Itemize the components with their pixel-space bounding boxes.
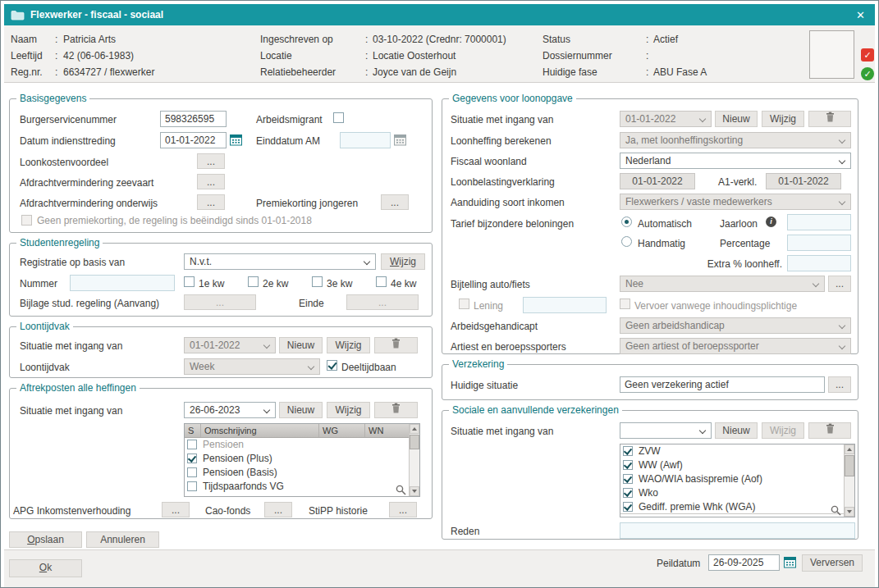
titlebar[interactable]: Flexwerker - fiscaal - sociaal ✕ [4, 4, 875, 25]
jaarloon-input[interactable] [787, 214, 851, 230]
list-item[interactable]: Pensioen (Plus) [185, 452, 419, 466]
list-item[interactable]: WW (Awf) [620, 458, 854, 472]
list-item[interactable]: Pensioen (Basis) [185, 466, 419, 480]
chevron-down-icon [839, 322, 845, 329]
list-item[interactable]: Gediff. premie Whk (WGA) [620, 500, 854, 514]
kw4-checkbox[interactable] [376, 276, 387, 287]
vervoer-label: Vervoer vanwege inhoudingsplichtige [634, 299, 797, 312]
huidige-fase-label: Huidige fase [543, 66, 597, 79]
stipp-historie-button[interactable]: ... [389, 502, 417, 517]
close-icon[interactable]: ✕ [853, 9, 868, 21]
delete-button[interactable] [374, 402, 418, 418]
scroll-down-button[interactable] [845, 507, 854, 517]
sociale-verzekeringen-list[interactable]: ZVW WW (Awf) WAO/WIA basispremie (Aof) W… [620, 444, 855, 517]
list-item[interactable]: ZVW [620, 444, 854, 458]
wijzig-button[interactable]: Wijzig [327, 337, 370, 353]
situatie-dropdown[interactable] [620, 422, 712, 439]
row-checkbox[interactable] [187, 481, 197, 491]
percentage-input[interactable] [787, 235, 851, 251]
triangle-up-icon [412, 427, 417, 431]
delete-button[interactable] [808, 111, 851, 127]
scroll-up-button[interactable] [845, 444, 854, 454]
scrollbar[interactable] [409, 424, 419, 496]
scrollbar[interactable] [844, 444, 854, 517]
nieuw-button[interactable]: Nieuw [715, 111, 758, 127]
burgerservicenummer-input[interactable]: 598326595 [160, 111, 227, 127]
bijtelling-button[interactable]: ... [828, 276, 851, 292]
list-item[interactable]: Pensioen [185, 438, 419, 452]
artiest-label: Artiest en beroepssporters [451, 340, 566, 353]
kw4-label: 4e kw [391, 277, 416, 290]
wijzig-button[interactable]: Wijzig [327, 402, 370, 418]
green-check-icon[interactable]: ✓ [861, 67, 874, 80]
cao-fonds-button[interactable]: ... [264, 502, 292, 517]
geen-premiekorting-checkbox [21, 215, 32, 226]
row-checkbox[interactable] [187, 467, 197, 477]
wijzig-button[interactable]: Wijzig [762, 111, 804, 127]
situatie-dropdown[interactable]: 26-06-2023 [184, 402, 276, 418]
arbeidsmigrant-checkbox[interactable] [333, 112, 344, 123]
delete-button[interactable] [374, 337, 418, 353]
delete-button[interactable] [808, 422, 851, 439]
datum-indiensttreding-input[interactable]: 01-01-2022 [160, 132, 227, 148]
reden-input[interactable] [620, 522, 855, 539]
registratie-dropdown[interactable]: N.v.t. [184, 253, 376, 270]
nieuw-button[interactable]: Nieuw [715, 422, 758, 439]
list-item[interactable]: Tijdspaarfonds VG [185, 480, 419, 494]
dropdown-value: Ja, met loonheffingskorting [625, 134, 743, 146]
row-checkbox[interactable] [623, 474, 633, 484]
row-checkbox[interactable] [187, 454, 197, 463]
row-checkbox[interactable] [623, 502, 633, 512]
kw2-checkbox[interactable] [248, 276, 259, 287]
list-item[interactable]: WAO/WIA basispremie (Aof) [620, 472, 854, 486]
premiekorting-jongeren-button[interactable]: ... [381, 194, 409, 210]
verzekering-button[interactable]: ... [828, 376, 851, 393]
scroll-thumb[interactable] [845, 455, 854, 476]
list-item[interactable]: Wko [620, 486, 854, 500]
row-checkbox[interactable] [187, 440, 197, 449]
nummer-input[interactable] [70, 275, 175, 291]
afdrachtvermindering-zeevaart-button[interactable]: ... [197, 174, 225, 189]
chevron-down-icon [813, 280, 819, 287]
calendar-icon[interactable] [784, 556, 796, 568]
row-checkbox[interactable] [623, 446, 633, 456]
magnifier-icon[interactable] [831, 505, 841, 516]
apg-label: APG Inkomstenverhouding [13, 504, 130, 517]
kw3-checkbox[interactable] [312, 276, 323, 287]
deeltijdbaan-checkbox[interactable] [327, 360, 337, 371]
kw1-checkbox[interactable] [184, 276, 195, 287]
a1-verklaring-label: A1-verkl. [718, 175, 757, 189]
info-icon[interactable]: i [766, 217, 776, 227]
loonkostenvoordeel-button[interactable]: ... [197, 153, 225, 169]
aftrekposten-list[interactable]: S Omschrijving WG WN Pensioen Pensioen (… [184, 423, 420, 497]
registratie-label: Registratie op basis van [20, 256, 125, 269]
loonheffing-label: Loonheffing berekenen [451, 134, 552, 148]
handmatig-radio[interactable] [621, 236, 632, 247]
apg-button[interactable]: ... [162, 502, 190, 517]
magnifier-icon[interactable] [396, 485, 406, 495]
loonbelastingverklaring-label: Loonbelastingverklaring [451, 175, 555, 189]
automatisch-radio[interactable] [621, 217, 632, 227]
opslaan-button[interactable]: Opslaan [9, 531, 82, 548]
scroll-thumb[interactable] [410, 435, 419, 449]
col-wn: WN [365, 424, 409, 437]
wijzig-button[interactable]: Wijzig [381, 253, 425, 270]
flexwerker-dialog: Flexwerker - fiscaal - sociaal ✕ Naam : … [0, 0, 879, 588]
extra-loonheffing-input[interactable] [787, 255, 851, 271]
scroll-up-button[interactable] [410, 424, 419, 434]
row-checkbox[interactable] [623, 488, 633, 498]
fiscaal-woonland-dropdown[interactable]: Nederland [620, 153, 851, 169]
nieuw-button[interactable]: Nieuw [279, 337, 323, 353]
afdrachtvermindering-onderwijs-button[interactable]: ... [197, 194, 225, 210]
red-check-icon[interactable]: ✓ [861, 48, 874, 62]
nieuw-button[interactable]: Nieuw [279, 402, 323, 418]
ok-button[interactable]: Ok [9, 559, 82, 577]
verversen-button[interactable]: Verversen [802, 554, 863, 572]
calendar-icon[interactable] [230, 134, 242, 146]
scroll-down-button[interactable] [410, 486, 419, 496]
row-checkbox[interactable] [623, 460, 633, 470]
annuleren-button[interactable]: Annuleren [86, 531, 159, 548]
vervoer-checkbox [620, 299, 630, 309]
peildatum-input[interactable]: 26-09-2025 [708, 554, 780, 571]
loonbelastingverklaring-field[interactable]: 01-01-2022 [620, 173, 695, 189]
